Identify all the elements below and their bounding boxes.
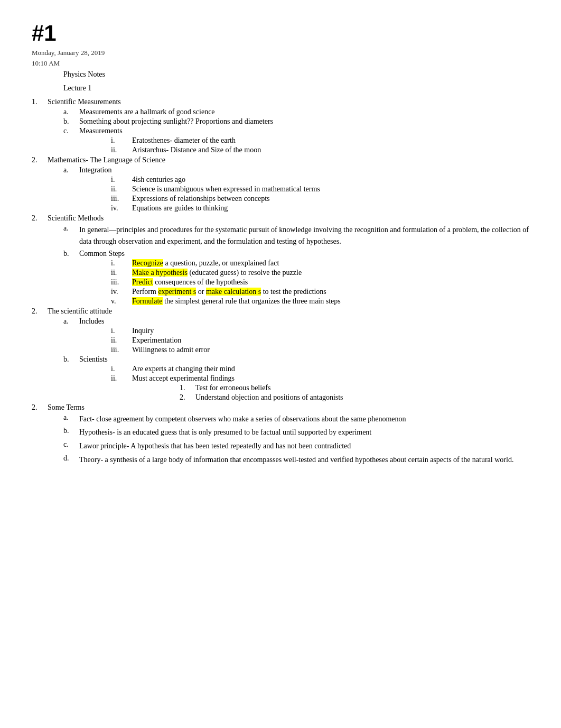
s2ba-marker: a. — [63, 224, 79, 247]
s2cb-children: i. Are experts at changing their mind ii… — [111, 365, 529, 402]
s2d-c: c. Lawor principle- A hypothesis that ha… — [63, 440, 529, 452]
s1b-text: Something about projecting sunlight?? Pr… — [79, 117, 273, 126]
s2aaiii: iii. Expressions of relationships betwee… — [111, 195, 529, 203]
s2d-children: a. Fact- close agreement by competent ob… — [63, 413, 529, 466]
s2cbii-children: 1. Test for erroneous beliefs 2. Underst… — [180, 384, 529, 402]
section-2c: 2. The scientific attitude — [32, 307, 529, 316]
s2aai-text: 4ish centuries ago — [132, 176, 185, 184]
highlight-hypothesis: Make a hypothesis — [132, 269, 188, 277]
main-content: 1. Scientific Measurements a. Measuremen… — [32, 98, 529, 465]
s2caiii-marker: iii. — [111, 346, 132, 354]
s2aaii: ii. Science is unambiguous when expresse… — [111, 185, 529, 193]
s2cbii1-text: Test for erroneous beliefs — [195, 384, 270, 392]
s2da-text: Fact- close agreement by competent obser… — [79, 413, 406, 425]
time-line: 10:10 AM — [32, 58, 529, 69]
lecture-title: Lecture 1 — [63, 84, 529, 93]
s2dc-text: Lawor principle- A hypothesis that has b… — [79, 440, 351, 452]
s2bb-children: i. Recognize a question, puzzle, or unex… — [111, 259, 529, 306]
s1a-marker: a. — [63, 108, 79, 116]
s1ci: i. Eratosthenes- diameter of the earth — [111, 136, 529, 145]
s2caii-text: Experimentation — [132, 336, 181, 345]
s2aa-children: i. 4ish centuries ago ii. Science is una… — [111, 176, 529, 213]
s2aaii-text: Science is unambiguous when expressed in… — [132, 185, 320, 193]
highlight-recognize: Recognize — [132, 259, 163, 267]
s2cbii: ii. Must accept experimental findings — [111, 374, 529, 383]
s2bbv: v. Formulate the simplest general rule t… — [111, 297, 529, 306]
s2cai-text: Inquiry — [132, 327, 154, 335]
s2c-title: The scientific attitude — [48, 307, 112, 316]
s2aai-marker: i. — [111, 176, 132, 184]
s2caii-marker: ii. — [111, 336, 132, 345]
s1-marker: 1. — [32, 98, 48, 106]
s2aa-marker: a. — [63, 166, 79, 174]
s1cii: ii. Aristarchus- Distance and Size of th… — [111, 146, 529, 154]
s1-children: a. Measurements are a hallmark of good s… — [63, 108, 529, 154]
s2bbiv-marker: iv. — [111, 288, 132, 296]
s2bbiii-marker: iii. — [111, 278, 132, 287]
section-2b: 2. Scientific Methods — [32, 214, 529, 223]
s2bbi-marker: i. — [111, 259, 132, 268]
s2a-title: Mathematics- The Language of Science — [48, 156, 165, 164]
s2cbi-text: Are experts at changing their mind — [132, 365, 235, 373]
s2cbii2-marker: 2. — [180, 393, 195, 402]
s2d-title: Some Terms — [48, 403, 85, 412]
s2bbi-text: Recognize a question, puzzle, or unexpla… — [132, 259, 279, 268]
s2ba-text: In general—principles and procedures for… — [79, 224, 529, 247]
s2c-children: a. Includes i. Inquiry ii. Experimentati… — [63, 317, 529, 402]
s2c-marker: 2. — [32, 307, 48, 316]
s2cb-text: Scientists — [79, 355, 108, 364]
s1c-text: Measurements — [79, 127, 123, 135]
s2db-text: Hypothesis- is an educated guess that is… — [79, 427, 371, 438]
s2bbii-marker: ii. — [111, 269, 132, 277]
s2cbii1: 1. Test for erroneous beliefs — [180, 384, 529, 392]
s1ci-marker: i. — [111, 136, 132, 145]
s2d-marker: 2. — [32, 403, 48, 412]
s2aaiv-text: Equations are guides to thinking — [132, 204, 228, 213]
highlight-calculation: make calculation s — [206, 288, 261, 296]
s1a: a. Measurements are a hallmark of good s… — [63, 108, 529, 116]
section-2a: 2. Mathematics- The Language of Science — [32, 156, 529, 164]
s1b-marker: b. — [63, 117, 79, 126]
s2a-marker: 2. — [32, 156, 48, 164]
s2bbi: i. Recognize a question, puzzle, or unex… — [111, 259, 529, 268]
notebook-title: Physics Notes — [63, 70, 529, 79]
s1c-marker: c. — [63, 127, 79, 135]
s2dd-marker: d. — [63, 454, 79, 466]
section-1: 1. Scientific Measurements — [32, 98, 529, 106]
s2ca-marker: a. — [63, 317, 79, 326]
s2cbi-marker: i. — [111, 365, 132, 373]
s2cbii-marker: ii. — [111, 374, 132, 383]
s2dd-text: Theory- a synthesis of a large body of i… — [79, 454, 513, 466]
highlight-experiment: experiment s — [158, 288, 196, 296]
s1c-children: i. Eratosthenes- diameter of the earth i… — [111, 136, 529, 154]
section-2d: 2. Some Terms — [32, 403, 529, 412]
s2d-d: d. Theory- a synthesis of a large body o… — [63, 454, 529, 466]
s2bb-text: Common Steps — [79, 250, 125, 258]
s2cbii2: 2. Understand objection and positions of… — [180, 393, 529, 402]
s2bbii: ii. Make a hypothesis (educated guess) t… — [111, 269, 529, 277]
s1c: c. Measurements — [63, 127, 529, 135]
s2d-b: b. Hypothesis- is an educated guess that… — [63, 427, 529, 438]
s2ca-children: i. Inquiry ii. Experimentation iii. Will… — [111, 327, 529, 354]
s2d-a: a. Fact- close agreement by competent ob… — [63, 413, 529, 425]
s2cbii-text: Must accept experimental findings — [132, 374, 235, 383]
s1cii-marker: ii. — [111, 146, 132, 154]
page-number: #1 — [32, 21, 529, 45]
s2caiii-text: Willingness to admit error — [132, 346, 210, 354]
s2b-marker: 2. — [32, 214, 48, 223]
s2bbv-marker: v. — [111, 297, 132, 306]
s2bbiv: iv. Perform experiment s or make calcula… — [111, 288, 529, 296]
s2cbii2-text: Understand objection and positions of an… — [195, 393, 343, 402]
s2ca-text: Includes — [79, 317, 104, 326]
s1b: b. Something about projecting sunlight??… — [63, 117, 529, 126]
s2caiii: iii. Willingness to admit error — [111, 346, 529, 354]
s2caii: ii. Experimentation — [111, 336, 529, 345]
s1a-text: Measurements are a hallmark of good scie… — [79, 108, 215, 116]
s2a-children: a. Integration i. 4ish centuries ago ii.… — [63, 166, 529, 213]
s1-title: Scientific Measurements — [48, 98, 121, 106]
s2aaiv: iv. Equations are guides to thinking — [111, 204, 529, 213]
s1cii-text: Aristarchus- Distance and Size of the mo… — [132, 146, 261, 154]
s2b-title: Scientific Methods — [48, 214, 104, 223]
s2bbiii-text: Predict consequences of the hypothesis — [132, 278, 248, 287]
s2db-marker: b. — [63, 427, 79, 438]
